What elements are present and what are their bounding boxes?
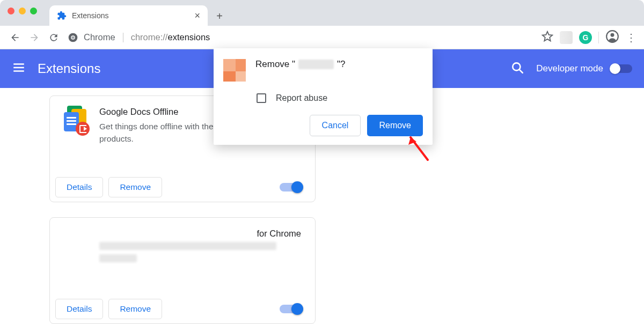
remove-extension-dialog: Remove " "? Report abuse Cancel Remove [214,48,433,145]
search-icon[interactable] [510,61,524,77]
extension-icon-google-docs [62,107,87,132]
toolbar-divider [598,32,599,43]
details-button[interactable]: Details [55,299,103,319]
dialog-title: Remove " "? [255,59,346,70]
developer-mode-toggle[interactable] [611,64,632,73]
svg-point-2 [72,36,75,39]
menu-icon[interactable] [12,61,26,77]
enable-toggle[interactable] [280,183,301,192]
forward-button[interactable] [27,30,42,45]
svg-point-4 [611,33,614,36]
details-button[interactable]: Details [55,177,103,197]
browser-tab[interactable]: Extensions × [49,5,208,26]
window-titlebar: Extensions × + [0,0,644,26]
developer-mode-label: Developer mode [536,63,603,74]
minimize-window-button[interactable] [19,8,26,14]
url-path: extensions [167,32,210,42]
browser-toolbar: Chrome chrome://extensions G ⋮ [0,26,644,49]
grammarly-badge[interactable]: G [579,31,592,44]
tab-close-icon[interactable]: × [194,11,200,20]
maximize-window-button[interactable] [30,8,37,14]
dialog-cancel-button[interactable]: Cancel [310,115,361,136]
url-separator [123,33,123,42]
back-button[interactable] [8,30,23,45]
reload-button[interactable] [46,30,61,45]
extension-title: for Chrome [99,229,301,239]
url-scheme: chrome:// [131,32,168,42]
remove-button[interactable]: Remove [108,177,162,197]
report-abuse-checkbox[interactable] [257,93,266,103]
url-chip-label: Chrome [84,32,115,42]
overflow-menu-icon[interactable]: ⋮ [626,31,636,44]
report-abuse-label: Report abuse [276,93,327,103]
dialog-remove-button[interactable]: Remove [367,115,423,136]
chrome-icon [68,32,78,43]
extension-card: for Chrome Details Remove [49,217,316,324]
bookmark-star-icon[interactable] [541,31,553,45]
remove-button[interactable]: Remove [108,299,162,319]
extension-icon [57,11,67,20]
close-window-button[interactable] [8,8,14,14]
traffic-lights [8,8,37,14]
extension-description [99,242,301,262]
address-bar[interactable]: Chrome chrome://extensions [68,30,533,46]
dialog-extension-name-blurred [298,60,334,69]
dialog-extension-icon [223,59,246,82]
tab-title: Extensions [72,11,189,20]
enable-toggle[interactable] [280,305,301,313]
extension-badge-unknown[interactable] [560,31,573,44]
profile-icon[interactable] [605,30,619,46]
svg-point-5 [513,63,521,70]
new-tab-button[interactable]: + [211,8,228,25]
